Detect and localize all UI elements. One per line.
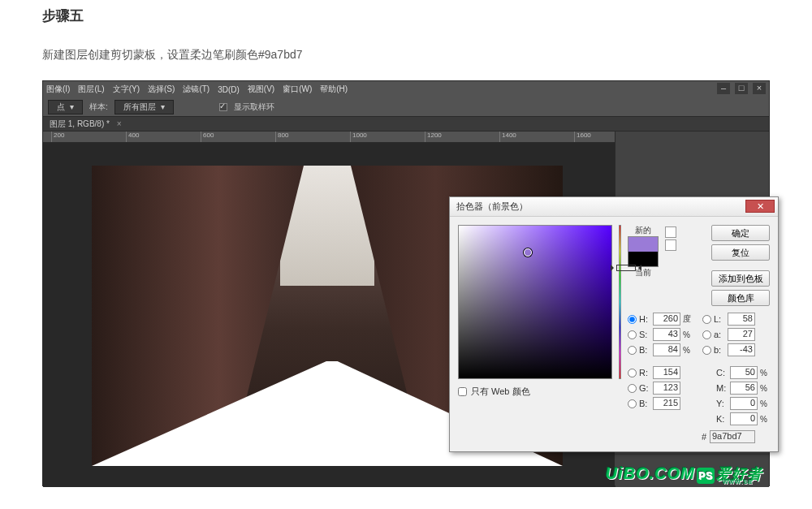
lab-b-input[interactable]: -43 xyxy=(728,343,755,356)
radio-s[interactable] xyxy=(628,330,637,339)
show-sample-ring-checkbox[interactable] xyxy=(219,103,227,111)
ruler-tick: 200 xyxy=(51,132,126,142)
document-tabs: 图层 1, RGB/8) * × xyxy=(43,117,769,132)
menu-type[interactable]: 文字(Y) xyxy=(113,84,140,95)
show-sample-ring-label: 显示取样环 xyxy=(234,101,274,113)
c-input[interactable]: 50 xyxy=(730,366,758,379)
bv-unit: % xyxy=(683,346,693,355)
menu-image[interactable]: 图像(I) xyxy=(46,84,70,95)
chevron-down-icon: ▾ xyxy=(161,102,165,111)
options-bar: 点 ▾ 样本: 所有图层 ▾ 显示取样环 xyxy=(43,97,769,117)
r-label: R: xyxy=(639,368,650,377)
sample-layers-select[interactable]: 所有图层 ▾ xyxy=(114,100,174,114)
ruler-tick: 1000 xyxy=(350,132,425,142)
radio-r[interactable] xyxy=(628,369,637,377)
step-description: 新建图层创建剪切蒙板，设置柔边笔刷颜色#9a7bd7 xyxy=(42,48,770,63)
k-unit: % xyxy=(760,415,770,424)
h-unit: 度 xyxy=(683,313,693,325)
b-label: B: xyxy=(639,399,650,408)
menu-window[interactable]: 窗口(W) xyxy=(283,84,312,95)
radio-b[interactable] xyxy=(628,346,637,355)
ruler-tick: 400 xyxy=(126,132,201,142)
dialog-title: 拾色器（前景色） xyxy=(456,201,528,213)
hue-slider[interactable] xyxy=(619,225,621,379)
step-title: 步骤五 xyxy=(42,6,770,25)
h-input[interactable]: 260 xyxy=(653,313,680,326)
document-tab[interactable]: 图层 1, RGB/8) * × xyxy=(50,119,122,130)
color-swatch xyxy=(628,236,659,267)
hex-input[interactable]: 9a7bd7 xyxy=(710,430,755,443)
s-label: S: xyxy=(639,330,650,339)
sample-size-select[interactable]: 点 ▾ xyxy=(48,100,83,114)
window-maximize[interactable]: □ xyxy=(735,83,748,94)
m-input[interactable]: 56 xyxy=(730,382,758,395)
web-only-checkbox[interactable] xyxy=(458,387,467,396)
c-unit: % xyxy=(760,369,770,377)
k-input[interactable]: 0 xyxy=(730,412,758,425)
m-label: M: xyxy=(716,383,728,393)
bv-label: B: xyxy=(639,345,650,355)
radio-g[interactable] xyxy=(628,384,637,393)
dialog-close-button[interactable]: ✕ xyxy=(745,200,775,213)
watermark-brand: UiBO.COM xyxy=(606,464,695,483)
new-color-swatch xyxy=(628,237,658,252)
chevron-down-icon: ▾ xyxy=(70,102,74,111)
s-unit: % xyxy=(683,330,693,339)
color-field[interactable] xyxy=(458,225,612,379)
l-input[interactable]: 58 xyxy=(728,313,755,326)
c-label: C: xyxy=(716,368,728,377)
add-swatch-button[interactable]: 添加到色板 xyxy=(711,270,770,287)
color-picker-dialog: 拾色器（前景色） ✕ 只有 Web 颜色 xyxy=(449,196,779,452)
hex-label: # xyxy=(702,432,706,442)
watermark-sub: www.sa xyxy=(723,477,753,485)
g-label: G: xyxy=(639,383,650,393)
l-label: L: xyxy=(714,314,725,324)
color-library-button[interactable]: 颜色库 xyxy=(711,290,770,306)
radio-h[interactable] xyxy=(628,315,637,324)
menubar: 图像(I) 图层(L) 文字(Y) 选择(S) 滤镜(T) 3D(D) 视图(V… xyxy=(43,81,769,97)
y-unit: % xyxy=(760,399,770,408)
sample-layers-label: 样本: xyxy=(89,101,108,113)
watermark-logo-icon: PS xyxy=(697,468,715,484)
r-input[interactable]: 154 xyxy=(653,366,680,379)
web-only-label: 只有 Web 颜色 xyxy=(471,386,530,398)
ruler-tick: 800 xyxy=(275,132,350,142)
b-input[interactable]: 215 xyxy=(653,397,680,410)
radio-a[interactable] xyxy=(702,330,711,339)
close-icon[interactable]: × xyxy=(117,119,122,128)
a-input[interactable]: 27 xyxy=(728,328,755,341)
s-input[interactable]: 43 xyxy=(653,328,680,341)
g-input[interactable]: 123 xyxy=(653,382,680,395)
menu-select[interactable]: 选择(S) xyxy=(148,84,175,95)
dialog-titlebar[interactable]: 拾色器（前景色） ✕ xyxy=(450,197,778,217)
menu-filter[interactable]: 滤镜(T) xyxy=(183,84,209,95)
document-tab-title: 图层 1, RGB/8) * xyxy=(50,119,110,128)
hue-cursor xyxy=(616,265,636,271)
menu-help[interactable]: 帮助(H) xyxy=(320,84,348,95)
cancel-button[interactable]: 复位 xyxy=(711,244,770,261)
m-unit: % xyxy=(760,384,770,393)
photoshop-window: 图像(I) 图层(L) 文字(Y) 选择(S) 滤镜(T) 3D(D) 视图(V… xyxy=(42,80,770,486)
ok-button[interactable]: 确定 xyxy=(711,225,770,241)
a-label: a: xyxy=(714,330,725,339)
ruler-tick: 1400 xyxy=(499,132,574,142)
gamut-warning-icon[interactable] xyxy=(665,226,676,238)
ruler-tick: 1200 xyxy=(425,132,499,142)
color-field-cursor xyxy=(524,248,532,257)
window-minimize[interactable]: – xyxy=(717,83,730,94)
menu-layer[interactable]: 图层(L) xyxy=(78,84,104,95)
lab-b-label: b: xyxy=(714,345,725,355)
menu-3d[interactable]: 3D(D) xyxy=(218,85,240,94)
bv-input[interactable]: 84 xyxy=(653,343,680,356)
radio-lab-b[interactable] xyxy=(702,346,711,355)
radio-l[interactable] xyxy=(702,315,711,324)
h-label: H: xyxy=(639,314,650,324)
k-label: K: xyxy=(716,414,728,424)
y-input[interactable]: 0 xyxy=(730,397,758,410)
window-close[interactable]: × xyxy=(753,83,766,94)
websafe-warning-icon[interactable] xyxy=(665,239,676,251)
sample-size-label: 点 xyxy=(57,101,65,113)
watermark: UiBO.COM PS 爱好者 www.sa xyxy=(606,464,762,484)
menu-view[interactable]: 视图(V) xyxy=(248,84,274,95)
radio-blue[interactable] xyxy=(628,399,637,408)
